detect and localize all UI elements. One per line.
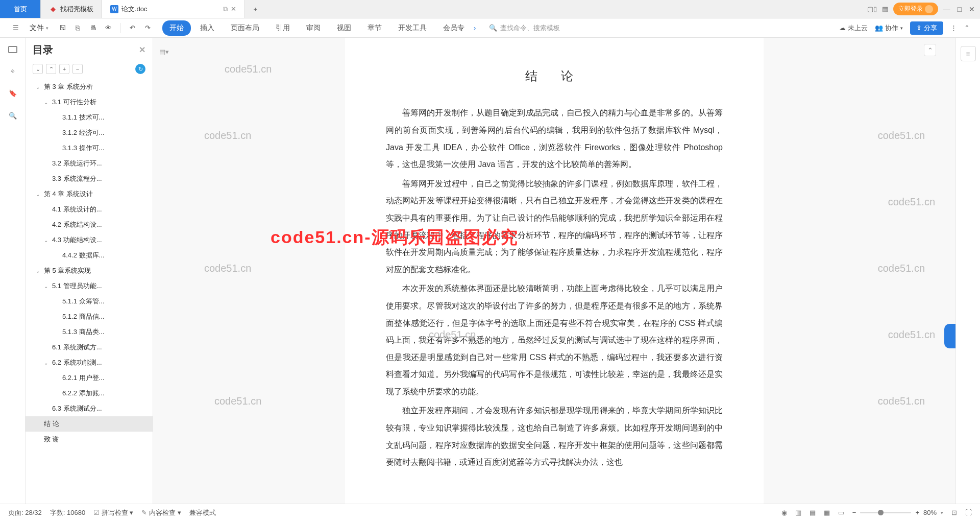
collapse-ribbon-icon[interactable]: ⌃	[964, 24, 970, 32]
cloud-status[interactable]: ☁ 未上云	[839, 23, 868, 33]
zoom-control[interactable]: − + 80% ▾	[852, 509, 943, 516]
spellcheck-toggle[interactable]: ☑ 拼写检查 ▾	[93, 508, 133, 517]
kebab-icon[interactable]: ⋮	[950, 24, 957, 32]
tab-document[interactable]: W 论文.doc ⧉ ✕	[102, 0, 245, 18]
toc-item[interactable]: 6.1 系统测试方...	[26, 340, 153, 355]
toc-item[interactable]: ⌄4.3 功能结构设...	[26, 232, 153, 248]
login-button[interactable]: 立即登录	[893, 3, 938, 15]
ribbon-tab-start[interactable]: 开始	[162, 20, 191, 36]
toc-add[interactable]: +	[59, 64, 69, 74]
save-as-icon[interactable]: ⎘	[72, 22, 83, 34]
find-icon[interactable]: 🔍	[8, 110, 18, 121]
toc-item[interactable]: 4.2 系统结构设...	[26, 217, 153, 232]
toc-item[interactable]: 3.1.1 技术可...	[26, 110, 153, 125]
tab-template-store[interactable]: ◆ 找稻壳模板	[41, 0, 102, 18]
toc-item[interactable]: ⌄5.1 管理员功能...	[26, 278, 153, 294]
outline-icon[interactable]	[8, 46, 17, 53]
toc-item[interactable]: 3.1.3 操作可...	[26, 140, 153, 156]
side-handle[interactable]	[944, 324, 955, 348]
toc-item[interactable]: 4.1 系统设计的...	[26, 202, 153, 217]
toc-item[interactable]: 5.1.2 商品信...	[26, 309, 153, 324]
view-page-icon[interactable]: ▤	[810, 509, 816, 516]
preview-icon[interactable]: 👁	[103, 22, 114, 34]
command-search[interactable]: 🔍 查找命令、搜索模板	[489, 23, 560, 33]
layout-icon[interactable]: ▢▯	[867, 5, 877, 13]
toc-item[interactable]: 6.2.1 用户登...	[26, 370, 153, 386]
toc-item[interactable]: ⌄第 3 章 系统分析	[26, 79, 153, 94]
share-icon: ⇪	[916, 24, 922, 32]
print-icon[interactable]: 🖶	[87, 22, 99, 34]
chevron-right-icon[interactable]: ›	[474, 24, 476, 32]
fullscreen-icon[interactable]: ⛶	[965, 509, 972, 516]
toc-item[interactable]: 3.3 系统流程分...	[26, 171, 153, 186]
compat-mode[interactable]: 兼容模式	[189, 508, 216, 517]
properties-icon[interactable]: ≡	[961, 46, 976, 61]
ribbon-tab-reference[interactable]: 引用	[268, 20, 297, 36]
cloud-icon: ☁	[839, 24, 846, 32]
toc-expand-all[interactable]: ⌄	[33, 64, 43, 74]
toc-item[interactable]: ⌄第 4 章 系统设计	[26, 186, 153, 202]
toc-item[interactable]: 致 谢	[26, 432, 153, 447]
toc-item[interactable]: 5.1.1 众筹管...	[26, 294, 153, 309]
save-icon[interactable]: 🖫	[57, 22, 68, 34]
share-button[interactable]: ⇪ 分享	[910, 21, 943, 35]
ribbon-tab-member[interactable]: 会员专	[436, 20, 472, 36]
collab-button[interactable]: 👥 协作 ▾	[875, 23, 903, 33]
window-mode-icon[interactable]: ⧉	[223, 5, 228, 13]
close-toc-icon[interactable]: ✕	[139, 45, 145, 55]
watermark: code51.cn	[878, 395, 925, 407]
zoom-out-icon[interactable]: −	[852, 509, 856, 516]
file-menu[interactable]: 文件 ▾	[26, 23, 53, 33]
ribbon-tab-view[interactable]: 视图	[330, 20, 358, 36]
content-check[interactable]: ✎ 内容检查 ▾	[141, 508, 181, 517]
paragraph: 善筹网开发过程中，自己之前觉得比较抽象的许多门课程，例如数据库原理，软件工程，动…	[386, 175, 723, 278]
toc-sync-icon[interactable]: ↻	[135, 64, 145, 74]
toc-item[interactable]: 6.2.2 添加账...	[26, 386, 153, 401]
new-tab-button[interactable]: ＋	[245, 0, 265, 18]
page-indicator[interactable]: 页面: 28/32	[8, 508, 42, 517]
toc-item[interactable]: 3.2 系统运行环...	[26, 156, 153, 171]
toc-remove[interactable]: −	[72, 64, 83, 74]
toc-item[interactable]: ⌄3.1 可行性分析	[26, 94, 153, 110]
toc-item[interactable]: 3.1.2 经济可...	[26, 125, 153, 140]
close-tab-icon[interactable]: ✕	[231, 5, 236, 13]
toc-item[interactable]: ⌄第 5 章系统实现	[26, 263, 153, 278]
scroll-to-top-icon[interactable]: ⌃	[924, 44, 936, 56]
redo-icon[interactable]: ↷	[142, 22, 153, 34]
close-window-icon[interactable]: ✕	[969, 5, 975, 13]
toc-item[interactable]: 4.4.2 数据库...	[26, 248, 153, 263]
avatar-icon	[925, 5, 933, 13]
ribbon-tab-layout[interactable]: 页面布局	[224, 20, 266, 36]
hamburger-icon[interactable]: ☰	[10, 22, 21, 34]
toc-item[interactable]: 6.3 系统测试分...	[26, 401, 153, 416]
toc-item-label: 致 谢	[44, 435, 59, 444]
navigate-icon[interactable]: ⟐	[8, 65, 18, 76]
ribbon-tab-insert[interactable]: 插入	[193, 20, 222, 36]
toc-item[interactable]: 结 论	[26, 416, 153, 432]
toc-item[interactable]: ⌄6.2 系统功能测...	[26, 355, 153, 370]
toc-list: ⌄第 3 章 系统分析⌄3.1 可行性分析 3.1.1 技术可... 3.1.2…	[26, 79, 153, 504]
view-web-icon[interactable]: ▥	[795, 509, 801, 516]
zoom-in-icon[interactable]: +	[915, 509, 919, 516]
ribbon-tab-review[interactable]: 审阅	[299, 20, 328, 36]
document-canvas[interactable]: ▤▾ 结 论 善筹网的开发制作，从题目确定到成品完成，自己投入的精力与心血是非常…	[153, 38, 955, 504]
maximize-icon[interactable]: □	[958, 5, 962, 13]
bookmark-icon[interactable]: 🔖	[8, 88, 18, 98]
view-read-icon[interactable]: ▭	[838, 509, 844, 516]
page-options-icon[interactable]: ▤▾	[159, 48, 169, 56]
undo-icon[interactable]: ↶	[127, 22, 138, 34]
word-count[interactable]: 字数: 10680	[50, 508, 85, 517]
ribbon-tab-devtools[interactable]: 开发工具	[391, 20, 434, 36]
ribbon-tab-chapter[interactable]: 章节	[360, 20, 389, 36]
eye-icon[interactable]: ◉	[781, 509, 787, 516]
zoom-level[interactable]: 80%	[923, 509, 937, 516]
tab-home[interactable]: 首页	[0, 0, 41, 18]
toc-collapse-all[interactable]: ⌃	[46, 64, 56, 74]
toc-item[interactable]: 5.1.3 商品类...	[26, 324, 153, 340]
fit-icon[interactable]: ⊡	[951, 509, 957, 516]
minimize-icon[interactable]: —	[943, 5, 950, 13]
toc-item-label: 5.1.2 商品信...	[62, 312, 104, 321]
apps-icon[interactable]: ▦	[882, 5, 888, 13]
watermark: code51.cn	[878, 130, 925, 141]
view-outline-icon[interactable]: ▦	[824, 509, 830, 516]
